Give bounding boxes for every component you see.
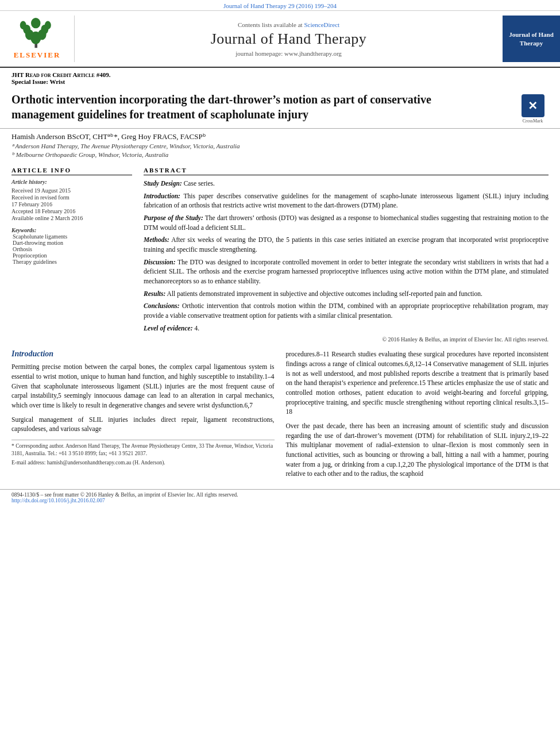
- abstract-level: Level of evidence: 4.: [144, 324, 549, 333]
- body-right-col: procedures.8–11 Research studies evaluat…: [286, 349, 549, 483]
- article-title-section: Orthotic intervention incorporating the …: [0, 86, 560, 129]
- journal-title: Journal of Hand Therapy: [211, 30, 367, 48]
- keyword-1: Scapholunate ligaments: [13, 233, 132, 240]
- abstract-copyright: © 2016 Hanley & Belfus, an imprint of El…: [144, 336, 549, 343]
- footer-issn: 0894-1130/$ – see front matter © 2016 Ha…: [11, 492, 549, 498]
- keyword-4: Proprioception: [13, 252, 132, 259]
- footnote-email: E-mail address: hamish@andersonhandthera…: [11, 459, 275, 467]
- special-issue-line: Special Issue: Wrist: [11, 78, 549, 85]
- jht-credit-section: JHT Read for Credit Article #409. Specia…: [0, 68, 560, 86]
- header-right-logo: Journal of Hand Therapy: [503, 16, 560, 62]
- body-two-col: Introduction Permitting precise motion b…: [11, 349, 549, 483]
- contents-line: Contents lists available at ScienceDirec…: [238, 21, 339, 28]
- journal-ref: Journal of Hand Therapy 29 (2016) 199–20…: [223, 2, 337, 9]
- authors-line: Hamish Anderson BScOT, CHTᵃᵇ*, Greg Hoy …: [11, 132, 549, 141]
- sciencedirect-link[interactable]: ScienceDirect: [304, 21, 339, 28]
- elsevier-tree-icon: [11, 18, 63, 49]
- abstract-col: Abstract Study Design: Case series. Intr…: [144, 167, 549, 343]
- received-revised-label: Received in revised form: [11, 194, 132, 201]
- svg-point-7: [44, 21, 51, 30]
- available-date: Available online 2 March 2016: [11, 215, 132, 221]
- introduction-heading: Introduction: [11, 349, 275, 359]
- footnote-corresponding: * Corresponding author. Anderson Hand Th…: [11, 443, 275, 458]
- body-left-col: Introduction Permitting precise motion b…: [11, 349, 275, 483]
- footnote-section: * Corresponding author. Anderson Hand Th…: [11, 440, 275, 467]
- main-content: Introduction Permitting precise motion b…: [0, 343, 560, 483]
- keywords-section: Keywords: Scapholunate ligaments Dart-th…: [11, 227, 132, 265]
- crossmark-icon[interactable]: ✕: [522, 94, 544, 117]
- keyword-3: Orthosis: [13, 246, 132, 252]
- homepage-line: journal homepage: www.jhandtherapy.org: [235, 50, 342, 57]
- header-area: ELSEVIER Contents lists available at Sci…: [0, 11, 560, 68]
- abstract-study-design: Study Design: Case series.: [144, 179, 549, 189]
- svg-point-6: [20, 21, 26, 30]
- credit-line: JHT Read for Credit Article #409.: [11, 71, 549, 78]
- abstract-purpose: Purpose of the Study: The dart throwers’…: [144, 213, 549, 232]
- affiliation-a: ᵃ Anderson Hand Therapy, The Avenue Phys…: [11, 143, 549, 150]
- article-info-col: Article Info Article history: Received 1…: [11, 167, 132, 343]
- header-center: Contents lists available at ScienceDirec…: [75, 16, 503, 62]
- abstract-header: Abstract: [144, 167, 549, 175]
- accepted-date: Accepted 18 February 2016: [11, 208, 132, 214]
- svg-point-8: [31, 18, 41, 28]
- article-history-label: Article history:: [11, 179, 132, 185]
- revised-date: 17 February 2016: [11, 201, 132, 207]
- info-abstract-section: Article Info Article history: Received 1…: [0, 161, 560, 343]
- journal-right-label: Journal of Hand Therapy: [506, 30, 557, 47]
- crossmark-label: CrossMark: [523, 118, 543, 124]
- article-info-header: Article Info: [11, 167, 132, 175]
- abstract-block: Study Design: Case series. Introduction:…: [144, 179, 549, 343]
- keywords-label: Keywords:: [11, 227, 132, 233]
- footer-bar: 0894-1130/$ – see front matter © 2016 Ha…: [0, 489, 560, 506]
- abstract-discussion: Discussion: The DTO was designed to inco…: [144, 257, 549, 286]
- abstract-results: Results: All patients demonstrated impro…: [144, 289, 549, 299]
- keyword-5: Therapy guidelines: [13, 259, 132, 265]
- elsevier-logo: ELSEVIER: [0, 16, 75, 62]
- intro-para-2: Surgical management of SLIL injuries inc…: [11, 415, 275, 434]
- article-main-title: Orthotic intervention incorporating the …: [11, 92, 482, 122]
- elsevier-wordmark: ELSEVIER: [14, 51, 61, 60]
- top-bar: Journal of Hand Therapy 29 (2016) 199–20…: [0, 0, 560, 11]
- crossmark-badge: ✕ CrossMark: [517, 94, 549, 124]
- right-para-2: Over the past decade, there has been an …: [286, 421, 549, 479]
- abstract-methods: Methods: After six weeks of wearing the …: [144, 235, 549, 254]
- right-para-1: procedures.8–11 Research studies evaluat…: [286, 349, 549, 417]
- abstract-conclusions: Conclusions: Orthotic intervention that …: [144, 301, 549, 320]
- affiliation-b: ᵇ Melbourne Orthopaedic Group, Windsor, …: [11, 151, 549, 159]
- intro-para-1: Permitting precise motion between the ca…: [11, 362, 275, 410]
- authors-section: Hamish Anderson BScOT, CHTᵃᵇ*, Greg Hoy …: [0, 129, 560, 161]
- received-1: Received 19 August 2015: [11, 187, 132, 194]
- keyword-2: Dart-throwing motion: [13, 240, 132, 246]
- abstract-introduction: Introduction: This paper describes conse…: [144, 191, 549, 210]
- footer-doi: http://dx.doi.org/10.1016/j.jht.2016.02.…: [11, 498, 549, 503]
